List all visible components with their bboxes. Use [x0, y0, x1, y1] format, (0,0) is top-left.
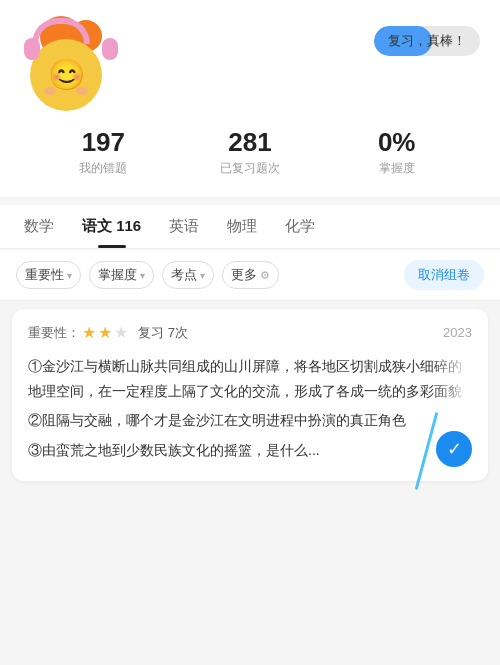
card-header: 重要性： ★ ★ ★ 复习 7次 2023: [28, 323, 472, 342]
progress-area: 复习，真棒！: [120, 16, 480, 66]
star-3: ★: [114, 323, 128, 342]
tab-english[interactable]: 英语: [155, 205, 213, 248]
review-label: 复习: [138, 325, 164, 340]
headphone-right: [102, 38, 118, 60]
filter-mastery[interactable]: 掌握度 ▾: [89, 261, 154, 289]
star-2: ★: [98, 323, 112, 342]
filter-testpoint-label: 考点: [171, 266, 197, 284]
headphone-left: [24, 38, 40, 60]
tab-chinese[interactable]: 语文 116: [68, 205, 155, 248]
card-content: ①金沙江与横断山脉共同组成的山川屏障，将各地区切割成狭小细碎的地理空间，在一定程…: [28, 354, 472, 463]
tab-chemistry[interactable]: 化学: [271, 205, 329, 248]
errors-label: 我的错题: [30, 160, 177, 177]
filter-more[interactable]: 更多 ⚙: [222, 261, 279, 289]
blush-right: [76, 87, 88, 95]
cancel-group-button[interactable]: 取消组卷: [404, 260, 484, 290]
stat-errors: 197 我的错题: [30, 127, 177, 177]
paragraph-3: ③由蛮荒之地到少数民族文化的摇篮，是什么...: [28, 438, 472, 463]
review-count: 复习 7次: [138, 324, 188, 342]
top-section: 😊 复习，真棒！ 197 我的错题 281 已复习题次 0% 掌握度: [0, 0, 500, 197]
arrow-down-icon-2: ▾: [140, 270, 145, 281]
paragraph-1: ①金沙江与横断山脉共同组成的山川屏障，将各地区切割成狭小细碎的地理空间，在一定程…: [28, 354, 472, 404]
paragraph-2: ②阻隔与交融，哪个才是金沙江在文明进程中扮演的真正角色: [28, 408, 472, 433]
filter-icon: ⚙: [260, 269, 270, 282]
importance-label: 重要性：: [28, 324, 80, 342]
tab-physics[interactable]: 物理: [213, 205, 271, 248]
avatar-container: 😊: [20, 16, 120, 111]
hero-area: 😊 复习，真棒！: [20, 16, 480, 111]
importance-stars: 重要性： ★ ★ ★: [28, 323, 128, 342]
smiley-icon: 😊: [48, 60, 85, 90]
content-card: 重要性： ★ ★ ★ 复习 7次 2023 ①金沙江与横断山脉共同组成的山川屏障…: [12, 309, 488, 481]
arrow-down-icon: ▾: [67, 270, 72, 281]
stats-row: 197 我的错题 281 已复习题次 0% 掌握度: [20, 127, 480, 177]
tab-bar: 数学 语文 116 英语 物理 化学: [0, 205, 500, 249]
errors-count: 197: [30, 127, 177, 158]
check-icon: ✓: [447, 438, 462, 460]
filter-more-label: 更多: [231, 266, 257, 284]
filter-mastery-label: 掌握度: [98, 266, 137, 284]
reviews-label: 已复习题次: [177, 160, 324, 177]
filter-importance[interactable]: 重要性 ▾: [16, 261, 81, 289]
arrow-down-icon-3: ▾: [200, 270, 205, 281]
stat-mastery: 0% 掌握度: [323, 127, 470, 177]
star-1: ★: [82, 323, 96, 342]
check-button[interactable]: ✓: [436, 431, 472, 467]
review-banner: 复习，真棒！: [374, 26, 480, 56]
filter-importance-label: 重要性: [25, 266, 64, 284]
avatar-face: 😊: [30, 39, 102, 111]
mastery-pct: 0%: [323, 127, 470, 158]
stat-reviews: 281 已复习题次: [177, 127, 324, 177]
blush-left: [44, 87, 56, 95]
filter-testpoint[interactable]: 考点 ▾: [162, 261, 214, 289]
reviews-count: 281: [177, 127, 324, 158]
filter-row: 重要性 ▾ 掌握度 ▾ 考点 ▾ 更多 ⚙ 取消组卷: [0, 250, 500, 301]
mastery-label: 掌握度: [323, 160, 470, 177]
tab-math[interactable]: 数学: [10, 205, 68, 248]
review-banner-text: 复习，真棒！: [388, 33, 466, 48]
review-count-value: 7次: [168, 325, 188, 340]
year-label: 2023: [443, 325, 472, 340]
